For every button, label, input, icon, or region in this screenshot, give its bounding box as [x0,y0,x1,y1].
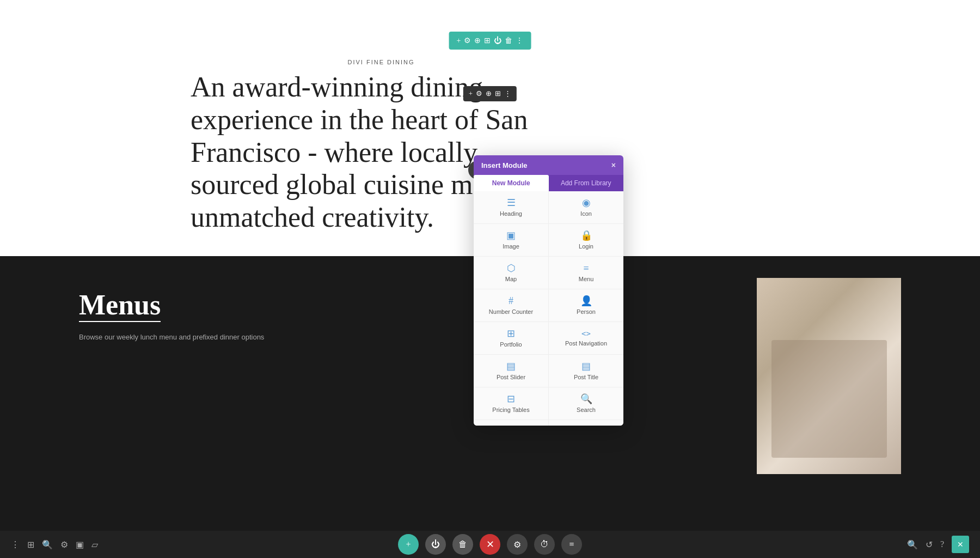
toolbar-trash-button[interactable]: 🗑 [452,534,473,555]
modal-close-button[interactable]: × [611,161,616,169]
module-sidebar[interactable]: ⊡ Sidebar [474,420,548,426]
heading-icon: ☰ [507,198,516,208]
toolbar-layout-icon[interactable]: ▣ [76,539,84,550]
bottom-toolbar: ⋮ ⊞ 🔍 ⚙ ▣ ▱ + ⏻ 🗑 ✕ ⚙ ⏱ ≡ 🔍 ↺ ? ✕ [0,531,980,558]
col-duplicate-icon[interactable]: ⊕ [486,89,492,98]
row-more-icon[interactable]: ⋮ [516,36,523,45]
portfolio-label: Portfolio [500,341,522,348]
heading-label: Heading [500,210,522,217]
login-icon: 🔒 [580,231,592,240]
module-post-slider[interactable]: ▤ Post Slider [474,355,548,387]
module-icon[interactable]: ◉ Icon [549,191,623,223]
col-add-icon[interactable]: + [469,89,473,98]
toolbar-mobile-icon[interactable]: ▱ [91,539,98,550]
row-delete-icon[interactable]: 🗑 [505,37,512,45]
toolbar-settings-icon[interactable]: ⚙ [60,539,68,550]
tab-new-module[interactable]: New Module [474,175,549,191]
menu-icon: ≡ [583,263,589,273]
module-login[interactable]: 🔒 Login [549,224,623,256]
search-label: Search [577,407,596,413]
toolbar-history-button[interactable]: ⏱ [534,534,555,555]
row-duplicate-icon[interactable]: ⊕ [474,36,481,45]
insert-module-modal: Insert Module × New Module Add From Libr… [474,155,623,426]
col-toolbar[interactable]: + ⚙ ⊕ ⊞ ⋮ [463,86,517,101]
toolbar-undo-icon[interactable]: ↺ [926,539,933,550]
row-grid-icon[interactable]: ⊞ [484,36,491,45]
image-icon: ▣ [506,231,516,240]
module-portfolio[interactable]: ⊞ Portfolio [474,322,548,354]
toolbar-grid-icon[interactable]: ⊞ [27,539,34,550]
menus-heading: Menus [79,289,161,322]
toolbar-menu-icon[interactable]: ⋮ [11,539,20,550]
toolbar-zoom-icon[interactable]: 🔍 [907,539,918,550]
toolbar-search-icon[interactable]: 🔍 [42,539,53,550]
toolbar-center: + ⏻ 🗑 ✕ ⚙ ⏱ ≡ [398,534,582,555]
bottom-left-content: Menus Browse our weekly lunch menu and p… [0,256,321,341]
post-navigation-label: Post Navigation [565,340,607,347]
modal-tabs: New Module Add From Library [474,175,623,191]
pricing-tables-label: Pricing Tables [492,407,529,413]
map-icon: ⬡ [507,263,516,273]
person-label: Person [577,308,596,315]
module-map[interactable]: ⬡ Map [474,257,548,289]
post-title-icon: ▤ [581,361,591,371]
menu-label: Menu [579,276,594,282]
image-label: Image [503,243,519,250]
module-heading[interactable]: ☰ Heading [474,191,548,223]
toolbar-close-button[interactable]: ✕ [480,534,500,555]
module-post-navigation[interactable]: <> Post Navigation [549,322,623,354]
toolbar-power-button[interactable]: ⏻ [425,534,446,555]
post-slider-label: Post Slider [497,374,525,380]
row-power-icon[interactable]: ⏻ [494,37,501,45]
module-number-counter[interactable]: # Number Counter [474,289,548,322]
person-icon: 👤 [580,296,592,306]
post-slider-icon: ▤ [506,361,516,371]
post-title-label: Post Title [574,374,598,380]
dining-image [757,278,901,474]
search-icon: 🔍 [580,394,592,404]
icon-label: Icon [580,210,592,217]
module-image[interactable]: ▣ Image [474,224,548,256]
toolbar-right: 🔍 ↺ ? ✕ [907,536,969,553]
table-image-visual [757,278,901,474]
number-counter-icon: # [509,296,513,306]
toolbar-exit-button[interactable]: ✕ [952,536,969,553]
row-add-icon[interactable]: + [457,37,461,45]
module-post-title[interactable]: ▤ Post Title [549,355,623,387]
col-more-icon[interactable]: ⋮ [504,89,511,98]
site-label: DIVI FINE DINING [347,59,414,65]
pricing-tables-icon: ⊟ [507,394,515,404]
module-search[interactable]: 🔍 Search [549,387,623,420]
module-pricing-tables[interactable]: ⊟ Pricing Tables [474,387,548,420]
module-person[interactable]: 👤 Person [549,289,623,322]
module-slider[interactable]: ⊡ Slider [549,420,623,426]
row-toolbar[interactable]: + ⚙ ⊕ ⊞ ⏻ 🗑 ⋮ [449,32,531,50]
toolbar-add-button[interactable]: + [398,534,419,555]
modal-header: Insert Module × [474,155,623,175]
toolbar-config-button[interactable]: ⚙ [507,534,528,555]
map-label: Map [505,276,517,282]
module-menu[interactable]: ≡ Menu [549,257,623,289]
toolbar-left: ⋮ ⊞ 🔍 ⚙ ▣ ▱ [11,539,98,550]
icon-icon: ◉ [582,198,591,208]
row-settings-icon[interactable]: ⚙ [464,36,471,45]
menus-subtext: Browse our weekly lunch menu and prefixe… [79,333,289,341]
toolbar-save-button[interactable]: ≡ [561,534,582,555]
col-grid-icon[interactable]: ⊞ [495,89,501,98]
module-grid: ☰ Heading ◉ Icon ▣ Image 🔒 Login ⬡ Map ≡… [474,191,623,426]
tab-add-from-library[interactable]: Add From Library [549,175,624,191]
toolbar-help-icon[interactable]: ? [940,539,944,549]
portfolio-icon: ⊞ [507,329,515,338]
post-navigation-icon: <> [581,330,591,337]
login-label: Login [579,243,593,250]
col-settings-icon[interactable]: ⚙ [476,89,482,98]
modal-title: Insert Module [481,161,528,169]
number-counter-label: Number Counter [489,308,533,315]
